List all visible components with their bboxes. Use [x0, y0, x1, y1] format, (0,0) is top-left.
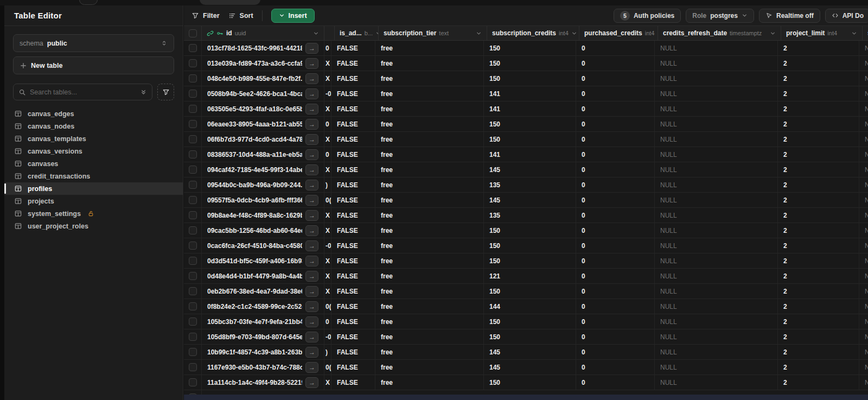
- cell-tier[interactable]: free: [375, 299, 484, 314]
- cell-purchased[interactable]: 0: [576, 117, 655, 131]
- cell-sub_credits[interactable]: 135: [484, 208, 576, 223]
- column-header-subscription_credits[interactable]: subscription_creditsint4: [487, 26, 579, 40]
- cell-last[interactable]: NULL: [859, 147, 868, 162]
- cell-id[interactable]: 0eb2b676-38ed-4ea7-9dad-38e6...→: [202, 284, 324, 299]
- expand-row-button[interactable]: →: [305, 225, 318, 236]
- expand-row-button[interactable]: →: [305, 180, 318, 191]
- filter-button[interactable]: Filter: [192, 12, 220, 20]
- expand-row-button[interactable]: →: [305, 377, 318, 388]
- column-header-credits_refresh_date[interactable]: credits_refresh_datetimestamptz: [658, 26, 781, 40]
- cell-clip[interactable]: X: [324, 101, 331, 116]
- cell-id[interactable]: 063505e5-4293-4faf-a18c-0e65b...→: [202, 101, 324, 116]
- cell-sub_credits[interactable]: 150: [484, 71, 576, 86]
- cell-limit[interactable]: 2: [778, 41, 859, 55]
- cell-limit[interactable]: 2: [778, 314, 859, 329]
- cell-id[interactable]: 094caf42-7185-4e45-99f3-14abee...→: [202, 162, 324, 177]
- cell-limit[interactable]: 2: [778, 208, 859, 223]
- sidebar-item-projects[interactable]: projects: [4, 195, 183, 207]
- cell-last[interactable]: NULL: [859, 177, 868, 192]
- cell-tier[interactable]: free: [375, 101, 484, 116]
- cell-tier[interactable]: free: [375, 71, 484, 86]
- cell-sub_credits[interactable]: 150: [484, 375, 576, 390]
- expand-row-button[interactable]: →: [305, 73, 318, 84]
- cell-last[interactable]: NULL: [859, 117, 868, 131]
- row-checkbox[interactable]: [189, 74, 197, 82]
- cell-clip[interactable]: X: [324, 162, 331, 177]
- cell-purchased[interactable]: 0: [576, 269, 655, 283]
- cell-last[interactable]: NULL: [859, 345, 868, 359]
- role-selector-button[interactable]: Role postgres: [686, 9, 754, 23]
- cell-last[interactable]: NULL: [859, 375, 868, 390]
- insert-button[interactable]: Insert: [271, 9, 315, 23]
- cell-is_admin[interactable]: FALSE: [331, 86, 375, 101]
- cell-refresh[interactable]: NULL: [655, 193, 778, 207]
- cell-is_admin[interactable]: FALSE: [331, 117, 375, 131]
- cell-last[interactable]: NULL: [859, 71, 868, 86]
- cell-refresh[interactable]: NULL: [655, 253, 778, 268]
- cell-clip[interactable]: 0(: [324, 299, 331, 314]
- sidebar-item-canvas_templates[interactable]: canvas_templates: [4, 132, 183, 145]
- cell-sub_credits[interactable]: 150: [484, 117, 576, 131]
- sidebar-item-credit_transactions[interactable]: credit_transactions: [4, 170, 183, 182]
- cell-last[interactable]: NULL: [859, 208, 868, 223]
- cell-sub_credits[interactable]: 150: [484, 253, 576, 268]
- cell-last[interactable]: NULL: [859, 41, 868, 55]
- row-checkbox[interactable]: [189, 226, 197, 234]
- row-checkbox[interactable]: [189, 44, 197, 52]
- column-header-purchased_credits[interactable]: purchased_creditsint4: [579, 26, 658, 40]
- cell-purchased[interactable]: 0: [576, 223, 655, 238]
- cell-id[interactable]: 10b99c1f-4857-4c39-a8b1-263b8...→: [202, 345, 324, 359]
- cell-last[interactable]: NULL: [859, 132, 868, 147]
- cell-clip[interactable]: -0: [324, 238, 331, 253]
- cell-limit[interactable]: 2: [778, 345, 859, 359]
- cell-sub_credits[interactable]: 135: [484, 177, 576, 192]
- cell-refresh[interactable]: NULL: [655, 284, 778, 299]
- cell-clip[interactable]: 0(: [324, 360, 331, 374]
- cell-last[interactable]: NULL: [859, 193, 868, 207]
- cell-last[interactable]: NULL: [859, 269, 868, 283]
- cell-purchased[interactable]: 0: [576, 56, 655, 71]
- cell-sub_credits[interactable]: 141: [484, 101, 576, 116]
- cell-last[interactable]: NULL: [859, 101, 868, 116]
- cell-limit[interactable]: 2: [778, 238, 859, 253]
- cell-limit[interactable]: 2: [778, 253, 859, 268]
- chevrons-down-icon[interactable]: [140, 88, 147, 96]
- cell-id[interactable]: 013e039a-fd89-473a-a3c6-ccfa9...→: [202, 56, 324, 71]
- cell-limit[interactable]: 2: [778, 177, 859, 192]
- cell-purchased[interactable]: 0: [576, 41, 655, 55]
- row-checkbox[interactable]: [189, 363, 197, 371]
- cell-is_admin[interactable]: FALSE: [331, 41, 375, 55]
- row-checkbox[interactable]: [189, 150, 197, 158]
- cell-tier[interactable]: free: [375, 132, 484, 147]
- cell-purchased[interactable]: 0: [576, 71, 655, 86]
- cell-limit[interactable]: 2: [778, 375, 859, 390]
- cell-limit[interactable]: 2: [778, 193, 859, 207]
- cell-is_admin[interactable]: FALSE: [331, 162, 375, 177]
- cell-purchased[interactable]: 0: [576, 177, 655, 192]
- cell-refresh[interactable]: NULL: [655, 117, 778, 131]
- cell-purchased[interactable]: 0: [576, 253, 655, 268]
- cell-tier[interactable]: free: [375, 86, 484, 101]
- cell-limit[interactable]: 2: [778, 101, 859, 116]
- cell-is_admin[interactable]: FALSE: [331, 314, 375, 329]
- sidebar-item-user_project_roles[interactable]: user_project_roles: [4, 220, 183, 232]
- cell-limit[interactable]: 2: [778, 269, 859, 283]
- cell-sub_credits[interactable]: 121: [484, 269, 576, 283]
- row-checkbox[interactable]: [189, 242, 197, 250]
- cell-id[interactable]: 08386537-10d4-488a-a11e-eb5a6...→: [202, 147, 324, 162]
- cell-limit[interactable]: 2: [778, 329, 859, 344]
- cell-sub_credits[interactable]: 145: [484, 193, 576, 207]
- cell-last[interactable]: NULL: [859, 86, 868, 101]
- cell-purchased[interactable]: 0: [576, 375, 655, 390]
- realtime-toggle-button[interactable]: Realtime off: [759, 9, 820, 23]
- cell-clip[interactable]: 0: [324, 117, 331, 131]
- chevron-down-icon[interactable]: [851, 30, 857, 36]
- expand-row-button[interactable]: →: [305, 286, 318, 297]
- cell-id[interactable]: 11a114cb-1a4c-49f4-9b28-52219ec...→: [202, 375, 324, 390]
- column-header-id[interactable]: iduuid: [202, 26, 324, 40]
- cell-tier[interactable]: free: [375, 345, 484, 359]
- cell-is_admin[interactable]: FALSE: [331, 299, 375, 314]
- cell-limit[interactable]: 2: [778, 223, 859, 238]
- chevron-down-icon[interactable]: [571, 30, 577, 36]
- cell-tier[interactable]: free: [375, 41, 484, 55]
